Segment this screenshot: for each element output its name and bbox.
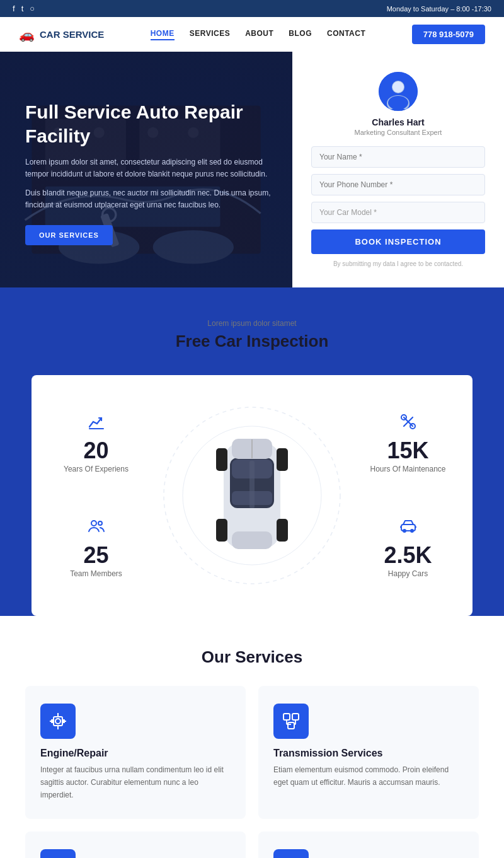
logo-text: CAR SERVICE xyxy=(40,29,104,40)
service-card-engine: Engine/Repair Integer at faucibus urna n… xyxy=(25,686,246,819)
booking-form: Charles Hart Marketing Consultant Expert… xyxy=(292,52,504,287)
svg-point-45 xyxy=(55,719,60,724)
svg-point-16 xyxy=(392,81,404,93)
phone-input[interactable] xyxy=(311,174,485,195)
hero-content: Full Service Auto Repair Facility Lorem … xyxy=(25,100,273,245)
service-desc-engine: Integer at faucibus urna nullam condimen… xyxy=(40,764,231,801)
nav-about[interactable]: ABOUT xyxy=(245,29,273,40)
stat-hours: 15K Hours Of Maintenance xyxy=(356,400,460,486)
services-title: Our Services xyxy=(25,647,479,667)
stat-cars-number: 2.5K xyxy=(384,544,432,567)
svg-point-17 xyxy=(388,96,408,110)
stat-hours-number: 15K xyxy=(387,439,428,462)
service-title-engine: Engine/Repair xyxy=(40,748,231,759)
car-model-select[interactable]: Your Car Model * xyxy=(311,202,485,223)
nav-services[interactable]: SERVICES xyxy=(190,29,230,40)
logo[interactable]: 🚗 CAR SERVICE xyxy=(19,27,104,42)
stats-card: 20 Years Of Experiens 25 Team Members xyxy=(32,375,472,616)
svg-point-20 xyxy=(98,521,102,525)
car-center-image xyxy=(148,423,356,568)
service-card-transmission: Transmission Services Etiam elementum eu… xyxy=(258,686,479,819)
stat-team: 25 Team Members xyxy=(44,505,148,591)
nav-blog[interactable]: BLOG xyxy=(289,29,312,40)
service-title-transmission: Transmission Services xyxy=(273,748,464,759)
hero-section: Full Service Auto Repair Facility Lorem … xyxy=(0,52,504,287)
hero-title: Full Service Auto Repair Facility xyxy=(25,100,273,148)
service-card-painting: Car Painting Curabitur elementum nunc a … xyxy=(258,832,479,858)
name-input[interactable] xyxy=(311,146,485,168)
service-card-tire: Tire/Wheels Nullam condimentum leo id el… xyxy=(25,832,246,858)
car-icon xyxy=(399,518,417,539)
stats-subtitle-area: Lorem ipsum dolor sitamet Free Car Inspe… xyxy=(0,300,504,375)
svg-point-40 xyxy=(403,529,406,533)
svg-rect-54 xyxy=(288,722,294,729)
transmission-icon-box xyxy=(273,704,309,739)
book-inspection-button[interactable]: BOOK INSPECTION xyxy=(311,229,485,254)
svg-rect-52 xyxy=(284,714,290,720)
instagram-icon[interactable]: ○ xyxy=(30,4,35,13)
stat-cars-label: Happy Cars xyxy=(388,569,428,578)
svg-rect-50 xyxy=(51,719,54,723)
business-hours: Monday to Saturday – 8:00 -17:30 xyxy=(387,5,491,13)
site-header: 🚗 CAR SERVICE HOME SERVICES ABOUT BLOG C… xyxy=(0,17,504,52)
stat-team-label: Team Members xyxy=(70,569,122,578)
top-bar: f t ○ Monday to Saturday – 8:00 -17:30 xyxy=(0,0,504,17)
twitter-icon[interactable]: t xyxy=(21,4,24,13)
stat-hours-label: Hours Of Maintenance xyxy=(370,465,445,473)
paint-icon-box xyxy=(273,849,309,858)
stat-cars: 2.5K Happy Cars xyxy=(356,505,460,591)
stats-section: Lorem ipsum dolor sitamet Free Car Inspe… xyxy=(0,287,504,616)
consultant-role: Marketing Consultant Expert xyxy=(355,129,442,136)
svg-rect-53 xyxy=(292,714,299,720)
chart-icon xyxy=(88,413,105,434)
svg-point-41 xyxy=(410,529,414,533)
consultant-avatar xyxy=(379,72,418,111)
hero-image: Full Service Auto Repair Facility Lorem … xyxy=(0,52,292,287)
svg-point-19 xyxy=(91,521,96,526)
nav-home[interactable]: HOME xyxy=(151,29,175,40)
tire-icon-box xyxy=(40,849,76,858)
service-desc-transmission: Etiam elementum euismod commodo. Proin e… xyxy=(273,764,464,789)
stat-years: 20 Years Of Experiens xyxy=(44,400,148,486)
engine-icon-box xyxy=(40,704,76,739)
svg-rect-51 xyxy=(62,719,65,723)
facebook-icon[interactable]: f xyxy=(13,4,15,13)
services-section: Our Services Engine/Repair Integer at fa… xyxy=(0,616,504,858)
logo-icon: 🚗 xyxy=(19,27,35,42)
hero-desc1: Lorem ipsum dolor sit amet, consectetur … xyxy=(25,156,273,180)
consent-text: By submitting my data I agree to be cont… xyxy=(333,260,463,267)
main-nav: HOME SERVICES ABOUT BLOG CONTACT xyxy=(151,29,366,40)
stats-subtitle: Lorem ipsum dolor sitamet xyxy=(0,319,504,328)
social-links[interactable]: f t ○ xyxy=(13,4,35,13)
stat-years-number: 20 xyxy=(83,439,108,462)
stat-team-number: 25 xyxy=(83,544,108,567)
nav-contact[interactable]: CONTACT xyxy=(327,29,365,40)
stats-title: Free Car Inspection xyxy=(0,332,504,351)
svg-point-22 xyxy=(183,426,321,565)
services-grid: Engine/Repair Integer at faucibus urna n… xyxy=(25,686,479,858)
phone-button[interactable]: 778 918-5079 xyxy=(412,25,485,44)
our-services-button[interactable]: OUR SERVICES xyxy=(25,225,113,245)
hero-desc2: Duis blandit neque purus, nec auctor mi … xyxy=(25,187,273,211)
stat-years-label: Years Of Experiens xyxy=(64,465,129,473)
svg-point-21 xyxy=(164,407,340,584)
team-icon xyxy=(88,518,105,539)
wrench-icon xyxy=(399,413,417,434)
consultant-name: Charles Hart xyxy=(372,117,424,127)
